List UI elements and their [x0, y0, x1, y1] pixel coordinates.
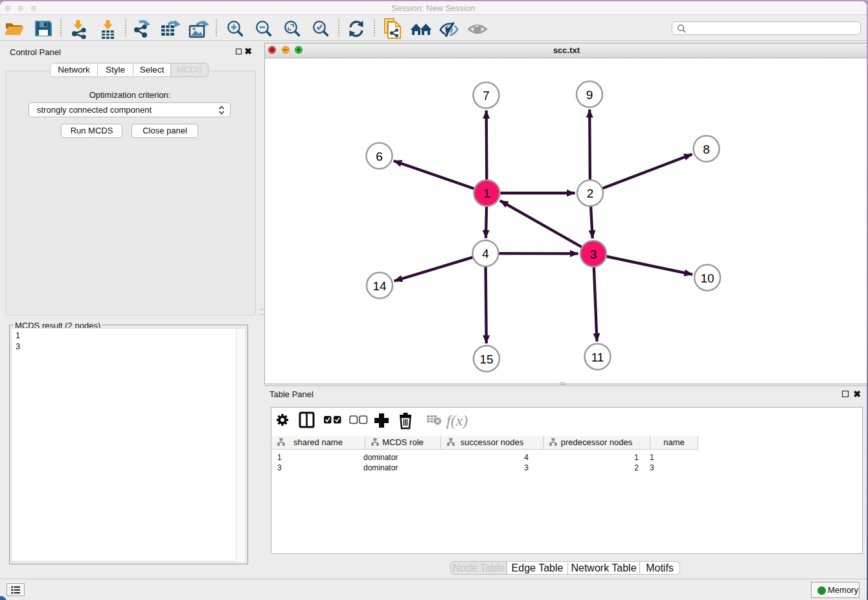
svg-text:f(x): f(x)	[446, 412, 468, 429]
svg-text:3: 3	[590, 248, 597, 261]
svg-text:7: 7	[483, 89, 490, 102]
svg-text:6: 6	[376, 150, 383, 163]
svg-text:8: 8	[703, 143, 710, 156]
svg-text:2: 2	[587, 187, 594, 200]
svg-text:9: 9	[586, 88, 593, 102]
svg-text:4: 4	[482, 247, 489, 260]
svg-text:1: 1	[483, 187, 490, 200]
svg-text:15: 15	[479, 352, 493, 366]
svg-text:14: 14	[372, 279, 387, 293]
svg-text:11: 11	[591, 351, 604, 364]
svg-text:10: 10	[700, 271, 714, 285]
